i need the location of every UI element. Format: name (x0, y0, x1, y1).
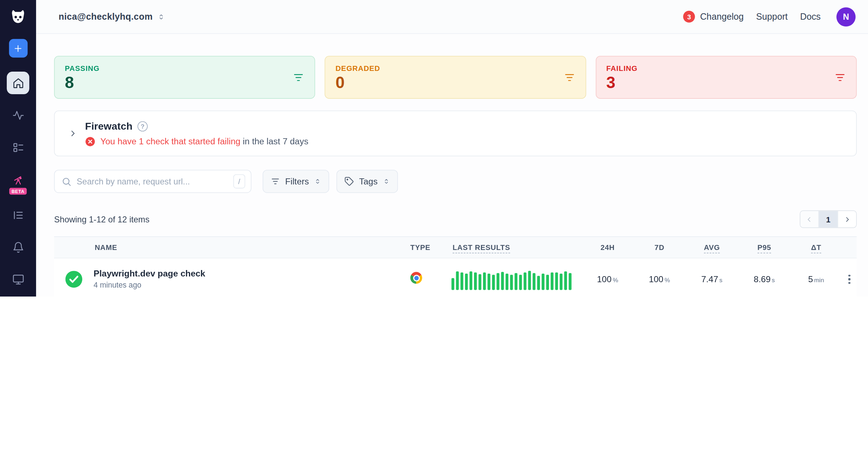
sidebar-item-dashboards[interactable] (7, 268, 29, 290)
metric-avg: 7.47s (686, 274, 738, 284)
help-icon[interactable]: ? (137, 121, 147, 131)
table-row[interactable]: Playwright.dev page check 4 minutes ago … (54, 258, 857, 297)
sidebar-item-checks[interactable] (7, 136, 29, 159)
pagination: 1 (800, 211, 857, 228)
keyboard-shortcut-badge: / (233, 174, 245, 188)
search-box[interactable]: / (54, 170, 251, 193)
status-cards: PASSING 8 DEGRADED 0 FAILING (54, 56, 857, 99)
alert-rest: in the last 7 days (240, 136, 308, 146)
name-column-header[interactable]: NAME (93, 243, 402, 252)
delta-t-column-header[interactable]: ΔT (790, 243, 842, 252)
last-results-chart[interactable] (452, 268, 582, 290)
account-switcher[interactable]: nica@checklyhq.com (59, 11, 165, 21)
chevron-up-down-icon (383, 178, 390, 185)
sidebar-item-home[interactable] (7, 72, 29, 94)
24h-column-header[interactable]: 24H (582, 243, 634, 252)
changelog-count-badge: 3 (683, 11, 695, 23)
list-bar: Showing 1-12 of 12 items 1 (54, 211, 857, 227)
passing-card[interactable]: PASSING 8 (54, 56, 315, 99)
alert-highlight: You have 1 check that started failing (100, 136, 240, 146)
passing-count: 8 (65, 74, 99, 91)
metric-24h: 100% (582, 274, 634, 284)
filters-label: Filters (285, 176, 309, 186)
degraded-count: 0 (336, 74, 380, 91)
tags-button[interactable]: Tags (337, 170, 398, 193)
checkly-logo-icon[interactable] (7, 6, 29, 28)
last-results-column-header[interactable]: LAST RESULTS (452, 243, 582, 252)
checks-table: NAME TYPE LAST RESULTS 24H 7D AVG P95 ΔT… (54, 236, 857, 297)
error-circle-icon (85, 136, 95, 146)
filter-toolbar: / Filters Tags (54, 170, 857, 193)
metric-7d: 100% (634, 274, 686, 284)
search-input[interactable] (77, 177, 228, 186)
degraded-label: DEGRADED (336, 64, 380, 73)
tag-icon (345, 177, 354, 186)
tags-label: Tags (359, 176, 378, 186)
support-link[interactable]: Support (756, 11, 787, 21)
failing-count: 3 (606, 74, 637, 91)
next-page-button[interactable] (838, 211, 856, 227)
firewatch-alert-text: You have 1 check that started failing in… (100, 136, 308, 146)
top-bar: nica@checklyhq.com 3 Changelog Support D… (36, 0, 868, 34)
account-email: nica@checklyhq.com (59, 11, 153, 21)
type-column-header: TYPE (403, 243, 452, 252)
filters-button[interactable]: Filters (263, 170, 329, 193)
main-content: PASSING 8 DEGRADED 0 FAILING (36, 34, 868, 297)
filter-icon[interactable] (834, 71, 846, 83)
expand-chevron-icon[interactable] (68, 129, 78, 138)
sidebar-item-telescope-beta[interactable]: BETA (7, 168, 29, 191)
failing-card[interactable]: FAILING 3 (596, 56, 857, 99)
degraded-card[interactable]: DEGRADED 0 (325, 56, 586, 99)
metric-delta-t: 5min (790, 274, 842, 284)
filter-lines-icon (270, 177, 280, 186)
metric-p95: 8.69s (738, 274, 790, 284)
row-menu-button[interactable] (845, 271, 854, 287)
sidebar: BETA (0, 0, 36, 297)
chevron-up-down-icon (314, 178, 321, 185)
sidebar-item-logs[interactable] (7, 204, 29, 226)
prev-page-button[interactable] (800, 211, 819, 227)
status-passing-icon (65, 271, 82, 288)
passing-label: PASSING (65, 64, 99, 73)
sidebar-item-alerts[interactable] (7, 236, 29, 258)
docs-link[interactable]: Docs (800, 11, 820, 21)
changelog-label: Changelog (700, 11, 744, 21)
search-icon (62, 176, 72, 186)
failing-label: FAILING (606, 64, 637, 73)
check-last-run: 4 minutes ago (93, 281, 141, 290)
firewatch-panel: Firewatch ? You have 1 check that starte… (54, 111, 857, 157)
beta-badge: BETA (9, 188, 27, 195)
user-avatar[interactable]: N (837, 7, 856, 27)
create-new-button[interactable] (9, 39, 27, 58)
current-page: 1 (819, 211, 838, 227)
firewatch-title: Firewatch (85, 120, 132, 132)
7d-column-header[interactable]: 7D (634, 243, 686, 252)
table-header: NAME TYPE LAST RESULTS 24H 7D AVG P95 ΔT (54, 236, 857, 258)
chrome-browser-icon (410, 272, 422, 284)
filter-icon[interactable] (564, 71, 575, 83)
chevron-up-down-icon (157, 13, 165, 20)
filter-icon[interactable] (293, 71, 304, 83)
changelog-link[interactable]: 3 Changelog (683, 11, 743, 23)
p95-column-header[interactable]: P95 (738, 243, 790, 252)
avg-column-header[interactable]: AVG (686, 243, 738, 252)
check-name[interactable]: Playwright.dev page check (93, 269, 394, 279)
showing-count: Showing 1-12 of 12 items (54, 215, 150, 224)
checkly-dashboard: BETA nica@checklyhq.com (0, 0, 868, 297)
sidebar-item-activity[interactable] (7, 104, 29, 126)
